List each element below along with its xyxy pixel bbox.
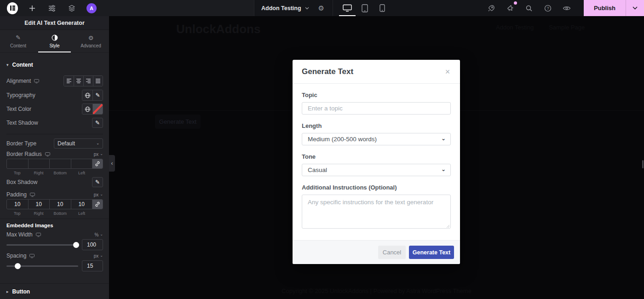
spacing-input[interactable] [82,260,103,271]
instructions-textarea[interactable] [302,195,451,229]
tone-label: Tone [302,153,451,160]
help-button[interactable]: ? [542,3,553,14]
section-content-header[interactable]: ▾ Content [6,62,33,68]
tab-advanced[interactable]: ⚙ Advanced [73,30,109,52]
svg-text:?: ? [547,6,549,11]
edit-box-shadow-button[interactable]: ✎ [92,177,103,187]
tab-label: Style [49,43,59,48]
top-bar-left: A [0,0,254,16]
align-center-button[interactable] [74,76,83,86]
tab-style[interactable]: Style [36,30,73,52]
border-radius-unit-select[interactable]: px ⌄ [94,152,103,157]
length-select[interactable]: Medium (200-500 words) ⌄ [302,133,451,145]
global-typography-button[interactable] [82,90,92,100]
nav-link: Addon Testing [496,24,534,31]
structure-button[interactable] [66,3,77,14]
border-type-select[interactable]: Default ⌄ [54,138,103,149]
max-width-slider-row [6,239,103,251]
close-button[interactable]: × [441,65,454,79]
close-icon: × [445,67,450,76]
edit-typography-button[interactable]: ✎ [92,90,103,100]
align-left-icon [66,79,72,83]
align-justify-button[interactable] [93,76,103,86]
finder-button[interactable] [523,3,535,14]
topic-input[interactable] [302,102,451,115]
launch-button[interactable] [486,3,497,14]
site-settings-button[interactable] [46,3,58,14]
edit-text-shadow-button[interactable]: ✎ [92,118,103,128]
padding-top-input[interactable] [7,200,28,209]
section-title: Button [12,288,30,295]
slider-knob[interactable] [15,263,21,269]
padding-right-input[interactable] [28,200,50,209]
control-label: Text Shadow [6,120,38,126]
search-icon [525,5,533,12]
max-width-unit-select[interactable]: % ⌄ [94,232,103,237]
responsive-monitor-icon[interactable] [29,254,34,258]
spacing-unit-select[interactable]: px ⌄ [94,253,103,259]
addon-avatar-button[interactable]: A [86,3,97,14]
responsive-monitor-icon[interactable] [36,233,41,237]
canvas-scrollbar-thumb[interactable] [642,160,644,168]
chevron-down-icon: ⌄ [441,166,446,172]
link-values-button[interactable] [92,200,103,209]
triangle-down-icon: ▾ [6,63,9,67]
publish-button[interactable]: Publish [584,0,626,16]
megaphone-icon [506,4,514,12]
elementor-menu-button[interactable] [7,3,18,14]
control-label: Border Type [6,140,36,147]
generate-text-button[interactable]: Generate Text [409,246,454,259]
top-bar-right: ? Publish [486,0,644,16]
link-values-button[interactable] [92,159,103,168]
global-color-button[interactable] [82,104,92,114]
align-justify-icon [95,79,101,83]
border-radius-inputs [6,159,103,169]
padding-left-input[interactable] [71,200,92,209]
align-right-button[interactable] [83,76,93,86]
nav-link: Sample Page [549,24,585,31]
border-radius-top-input[interactable] [7,159,28,168]
responsive-monitor-icon[interactable] [34,79,39,83]
responsive-monitor-icon[interactable] [45,152,50,156]
tab-content[interactable]: ✎ Content [0,30,36,52]
preview-button[interactable] [561,3,572,14]
resize-grip-icon[interactable] [446,224,450,228]
page-settings-button[interactable]: ⚙ [318,5,324,12]
document-switcher[interactable]: Addon Testing [261,5,309,12]
contrast-icon [52,34,58,41]
tab-label: Content [10,43,26,48]
cancel-button[interactable]: Cancel [378,246,406,259]
device-tablet-button[interactable] [356,0,374,16]
align-left-button[interactable] [64,76,74,86]
device-mobile-button[interactable] [374,0,391,16]
section-button-header[interactable]: ▸ Button [6,288,30,295]
border-radius-left-input[interactable] [71,159,92,168]
slider-track[interactable] [6,244,78,246]
dimension-labels: Top Right Bottom Left [6,211,92,216]
color-swatch-button[interactable] [92,104,103,114]
mobile-icon [380,4,385,12]
page-generate-text-button: Generate Text [155,115,201,129]
padding-bottom-input[interactable] [49,200,71,209]
publish-options-button[interactable] [626,0,644,16]
chevron-left-icon: ‹ [111,160,113,167]
embedded-images-title: Embedded Images [6,223,53,228]
instructions-label: Additional Instructions (Optional) [302,184,451,191]
pencil-icon: ✎ [16,34,21,41]
padding-unit-select[interactable]: px ⌄ [94,192,103,197]
device-desktop-button[interactable] [339,0,356,16]
panel-collapse-handle[interactable]: ‹ [109,155,115,172]
sliders-icon [48,4,56,12]
max-width-input[interactable] [82,239,103,250]
add-element-button[interactable] [27,3,38,14]
modal-footer: Cancel Generate Text [293,240,460,264]
elementor-logo-icon [7,2,18,14]
border-radius-bottom-input[interactable] [49,159,71,168]
border-radius-right-input[interactable] [28,159,50,168]
triangle-right-icon: ▸ [6,289,9,294]
slider-knob[interactable] [73,242,79,248]
link-icon [95,201,100,207]
whats-new-button[interactable] [505,3,516,14]
tone-select[interactable]: Casual ⌄ [302,164,451,176]
responsive-monitor-icon[interactable] [30,193,35,197]
